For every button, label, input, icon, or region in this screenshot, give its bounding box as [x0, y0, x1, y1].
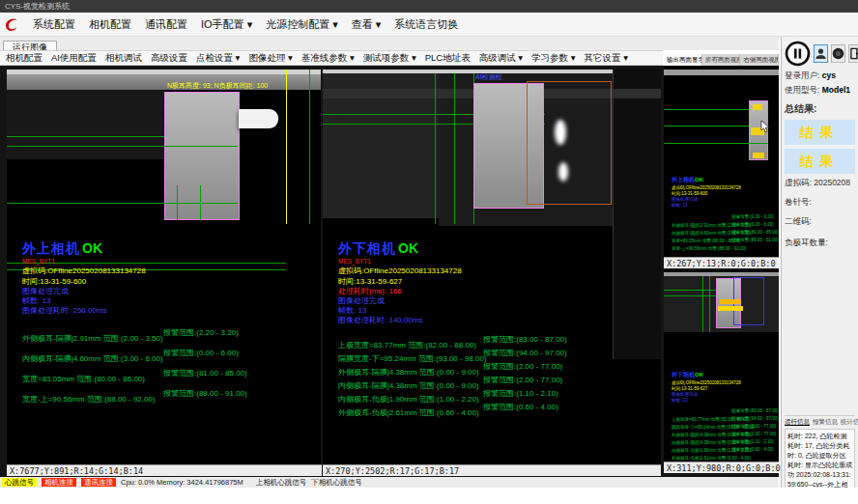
tool-camera-debug[interactable]: 相机调试 [105, 52, 142, 65]
tool-ai-config[interactable]: AI使用配置 [51, 52, 97, 65]
measure-row: 隔膜宽度-下=95.24mm 范围:(93.00 - 98.00)报警范围:(9… [672, 415, 776, 423]
measure-row: 外侧极耳-负极|2.61mm 范围:(0.60 - 4.00)报警范围:(0.6… [672, 446, 776, 454]
frame-count: 帧数: 13 [672, 398, 776, 404]
machine-rail-shadow [7, 74, 321, 90]
exit-door-icon [849, 47, 858, 60]
alarm-range: 报警范围:(1.10 - 2.10) [731, 438, 774, 446]
measure-value: 宽度-上=90.56mm 范围:(88.00 - 92.00) [22, 395, 156, 404]
window-title: CYS-视觉检测系统 [5, 2, 70, 11]
measure-value: 内侧极耳-隔膜|4.60mm 范围:(3.00 - 6.00) [22, 354, 163, 363]
menu-item-view[interactable]: 查看 ▾ [352, 17, 382, 32]
alarm-range: 报警范围:(81.00 - 85.00) [163, 368, 247, 378]
measure-row: 内侧极耳-负极|1.90mm 范围:(1.00 - 2.20)报警范围:(1.1… [672, 438, 776, 446]
menu-item-language[interactable]: 系统语言切换 [394, 17, 458, 32]
status-bar: 心跳信号 相机连接 通讯连接 Cpu: 0.0% Memory: 3424.41… [0, 477, 779, 488]
virtual-code: 虚拟码:OFfline20250208133134728 [22, 266, 314, 276]
tool-bar: 相机配置 AI使用配置 相机调试 高级设置 点检设置 ▾ 图像处理 ▾ 基准线参… [0, 50, 663, 66]
camera-mode-button[interactable] [831, 44, 845, 63]
virtual-code-row: 虚拟码: 20250208 [785, 178, 855, 189]
reference-line-green [702, 276, 703, 332]
electrode-region [164, 92, 240, 220]
alarm-range: 报警范围:(0.60 - 4.00) [483, 402, 558, 412]
user-icon [815, 47, 827, 60]
menu-item-system-config[interactable]: 系统配置 [33, 17, 75, 32]
cursor-readout-upper: X:7677;Y:891;R:14;G:14;B:14 [7, 464, 322, 476]
preview-tab-all-views[interactable]: 所有画面视图 [702, 54, 741, 66]
model-label: 使用型号: [785, 85, 819, 95]
camera-connection-badge: 相机连接 [42, 478, 76, 487]
measure-line [664, 143, 768, 144]
tool-spotcheck-settings[interactable]: 点检设置 ▾ [196, 52, 240, 65]
ai-box-annotation: AI检测框 [475, 72, 502, 82]
preview-tab-right-views[interactable]: 右侧画面视图 [740, 54, 779, 66]
alarm-range: 报警范围:(83.00 - 87.00) [731, 407, 779, 415]
result-overlay-upper: 外上相机OK MES_BYT1 虚拟码:OFfline2025020813313… [22, 239, 314, 408]
preview-lower[interactable]: 外下相机OK 虚拟码:OFfline20250208133134728 时间:1… [664, 270, 779, 462]
tool-learning-params[interactable]: 学习参数 ▾ [531, 52, 575, 65]
tool-advanced-settings[interactable]: 高级设置 [151, 52, 187, 65]
alarm-range: 报警范围:(2.00 - 77.00) [483, 361, 562, 372]
ok-status: OK [695, 177, 703, 182]
alarm-range: 报警范围:(0.00 - 6.00) [731, 221, 774, 229]
measure-row: 外侧极耳-隔膜|2.91mm 范围:(2.00 - 3.50)报警范围:(2.2… [672, 213, 776, 221]
menu-item-comm-config[interactable]: 通讯配置 [145, 17, 187, 32]
exit-button[interactable] [848, 44, 858, 63]
heartbeat-status-badge: 心跳信号 [2, 478, 37, 487]
cursor-readout-preview-upper: X:267;Y:13;R:0;G:0;B:0 [664, 257, 779, 268]
measure-line [7, 146, 238, 147]
measure-row: 宽度-上=90.56mm 范围:(88.00 - 92.00)报警范围:(89.… [22, 388, 314, 408]
tool-other-settings[interactable]: 其它设置 ▾ [585, 52, 628, 65]
camera-view-lower[interactable]: AI检测框 外下相机OK MES_BYT1 虚拟码:OFfline2025020… [323, 70, 661, 464]
cursor-readout-preview-lower: X:311;Y:980;R:0;G:0;B:0 [664, 462, 779, 473]
anode-tab-count-label: 负极耳数量: [785, 238, 855, 249]
measure-row: 内侧极耳-隔膜|4.60mm 范围:(3.00 - 6.00)报警范围:(0.0… [22, 348, 314, 368]
measure-value: 外侧极耳-负极|2.61mm 范围:(0.60 - 4.00) [338, 408, 479, 417]
tool-image-processing[interactable]: 图像处理 ▾ [248, 52, 292, 65]
process-done: 图像处理完成 [338, 296, 647, 306]
reference-line-green [435, 73, 436, 224]
tool-advanced-debug[interactable]: 高级调试 ▾ [479, 52, 523, 65]
glare-spot [555, 120, 566, 145]
panel-spacer [785, 249, 855, 411]
tool-plc-address[interactable]: PLC地址表 [425, 52, 471, 65]
menu-item-light-config[interactable]: 光源控制配置 ▾ [266, 17, 338, 32]
battery-tab [239, 109, 278, 128]
measure-line [7, 203, 238, 204]
ai-detect-box [527, 81, 612, 205]
log-tab-alarm[interactable]: 报警信息 [813, 418, 838, 427]
preview-upper[interactable]: 外上相机OK 虚拟码:OFfline20250208133134728 时间:1… [664, 66, 779, 257]
virtual-code: 虚拟码:OFfline20250208133134728 [338, 266, 647, 276]
log-tab-stats[interactable]: 统计信息 [841, 418, 858, 427]
login-user-row: 登录用户: cys [785, 70, 855, 82]
ok-status: OK [398, 240, 418, 256]
measure-row: 上极宽度=83.77mm 范围:(82.00 - 88.00)报警范围:(83.… [338, 334, 647, 348]
process-done: 图像处理完成 [22, 287, 314, 296]
menu-item-camera-config[interactable]: 相机配置 [89, 17, 131, 32]
measure-line [664, 126, 749, 126]
tool-test-params[interactable]: 测试项参数 ▾ [363, 52, 416, 65]
measure-line [664, 295, 716, 296]
result-indicator-1: 结果 [785, 120, 855, 145]
log-tab-run[interactable]: 运行信息 [785, 418, 810, 427]
tool-camera-config[interactable]: 相机配置 [6, 52, 43, 65]
alarm-range: 报警范围:(2.00 - 77.00) [483, 375, 562, 385]
measure-row: 外侧极耳-隔膜|2.91mm 范围:(2.00 - 3.50)报警范围:(2.2… [22, 327, 314, 348]
alarm-range: 报警范围:(2.00 - 77.00) [731, 423, 776, 431]
ok-status: OK [82, 240, 102, 256]
alarm-range: 报警范围:(94.00 - 97.00) [731, 415, 779, 423]
preview-tab-output[interactable]: 输出画面显示 [664, 54, 702, 66]
measure-line [200, 185, 201, 220]
menu-bar: 系统配置 相机配置 通讯配置 IO手配置 ▾ 光源控制配置 ▾ 查看 ▾ 系统语… [0, 13, 858, 37]
frame-count: 帧数: 13 [338, 306, 647, 316]
menu-item-io-config[interactable]: IO手配置 ▾ [201, 17, 252, 32]
user-mode-button[interactable] [814, 44, 828, 63]
camera-view-upper[interactable]: N极耳高度: 93; N负极耳间距: 100 外上相机OK MES_BYT1 虚… [7, 70, 321, 464]
pause-button[interactable] [785, 41, 811, 67]
alarm-range: 报警范围:(94.00 - 97.00) [483, 348, 567, 358]
camera-name: 外下相机 [672, 372, 695, 378]
machine-body [7, 90, 164, 159]
tool-baseline-params[interactable]: 基准线参数 ▾ [301, 52, 355, 65]
reference-line-green [309, 70, 310, 224]
camera-name: 外上相机 [672, 177, 695, 182]
measure-line [664, 290, 716, 291]
